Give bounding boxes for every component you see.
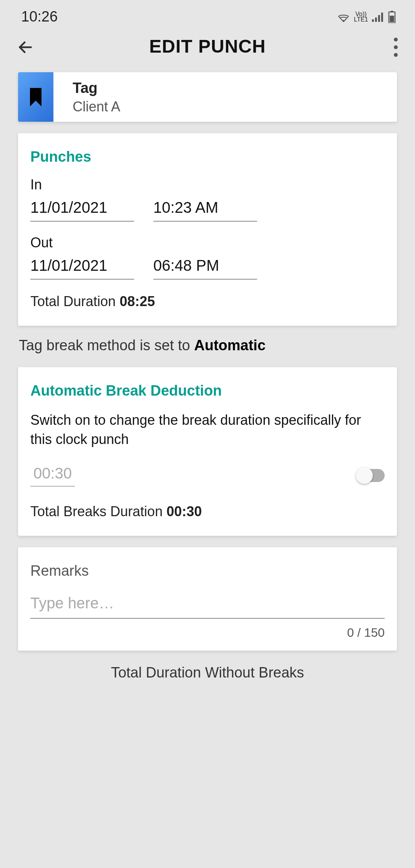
break-method-mode: Automatic	[194, 337, 266, 353]
break-duration-input[interactable]: 00:30	[30, 465, 75, 487]
tag-text: Tag Client A	[53, 72, 132, 122]
tag-icon-box	[18, 72, 53, 122]
menu-button[interactable]	[384, 36, 407, 59]
volte-label-2: LTE1	[354, 17, 368, 22]
remarks-card: Remarks Type here… 0 / 150	[18, 547, 397, 651]
punches-title: Punches	[30, 149, 385, 165]
total-breaks-row: Total Breaks Duration 00:30	[30, 504, 385, 520]
more-vert-icon	[394, 38, 398, 57]
tag-value: Client A	[73, 99, 120, 115]
svg-point-0	[343, 20, 344, 21]
svg-rect-7	[390, 15, 394, 22]
svg-rect-3	[378, 15, 380, 22]
toggle-knob	[356, 467, 373, 484]
status-icons: Vo)) LTE1	[337, 11, 396, 23]
content-area: Tag Client A Punches In 11/01/2021 10:23…	[0, 72, 415, 681]
total-breaks-label: Total Breaks Duration	[30, 504, 163, 519]
in-date-field[interactable]: 11/01/2021	[30, 199, 134, 222]
tag-label: Tag	[73, 80, 120, 96]
break-method-info: Tag break method is set to Automatic	[18, 337, 397, 354]
out-label: Out	[30, 235, 385, 251]
break-method-prefix: Tag break method is set to	[19, 337, 190, 353]
in-label: In	[30, 177, 385, 193]
total-without-breaks-label: Total Duration Without Breaks	[18, 664, 397, 681]
remarks-input[interactable]: Type here…	[30, 595, 385, 619]
out-row: 11/01/2021 06:48 PM	[30, 257, 385, 280]
signal-icon	[372, 12, 384, 22]
total-breaks-value: 00:30	[166, 504, 202, 519]
out-date-field[interactable]: 11/01/2021	[30, 257, 134, 280]
remarks-title: Remarks	[30, 563, 385, 579]
network-label: Vo)) LTE1	[354, 12, 368, 22]
break-input-row: 00:30	[30, 465, 385, 487]
total-duration-label: Total Duration	[30, 293, 116, 309]
wifi-icon	[337, 12, 350, 22]
punches-card: Punches In 11/01/2021 10:23 AM Out 11/01…	[18, 133, 397, 326]
bookmark-icon	[29, 88, 43, 107]
page-title: EDIT PUNCH	[149, 36, 266, 57]
back-button[interactable]	[14, 36, 37, 59]
break-deduction-description: Switch on to change the break duration s…	[30, 411, 385, 449]
status-time: 10:26	[21, 8, 58, 25]
remarks-char-counter: 0 / 150	[30, 626, 385, 640]
break-override-toggle[interactable]	[358, 469, 385, 482]
total-duration-row: Total Duration 08:25	[30, 293, 385, 310]
in-row: 11/01/2021 10:23 AM	[30, 199, 385, 222]
status-bar: 10:26 Vo)) LTE1	[0, 0, 415, 29]
svg-rect-4	[381, 12, 383, 22]
tag-card[interactable]: Tag Client A	[18, 72, 397, 122]
break-deduction-title: Automatic Break Deduction	[30, 383, 385, 399]
header-bar: EDIT PUNCH	[0, 29, 415, 72]
arrow-left-icon	[17, 39, 34, 56]
svg-rect-2	[375, 17, 377, 22]
break-deduction-card: Automatic Break Deduction Switch on to c…	[18, 367, 397, 536]
svg-rect-1	[372, 19, 374, 22]
battery-icon	[388, 11, 396, 23]
out-time-field[interactable]: 06:48 PM	[153, 257, 257, 280]
in-time-field[interactable]: 10:23 AM	[153, 199, 257, 222]
total-duration-value: 08:25	[120, 293, 155, 309]
